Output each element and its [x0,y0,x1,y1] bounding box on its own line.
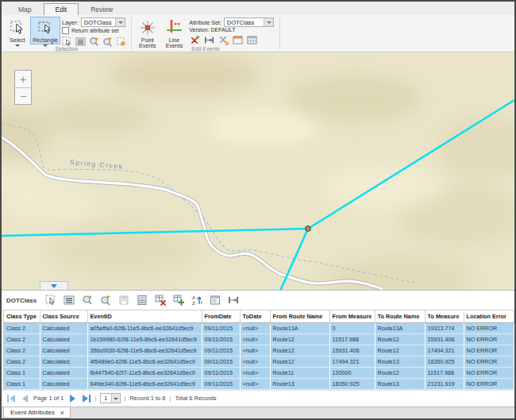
close-tab-icon[interactable]: x [60,409,64,416]
table-cell[interactable]: 11517.988 [425,367,464,378]
table-cell[interactable]: Route12 [270,356,329,367]
table-cell[interactable]: NO ERROR [464,345,514,356]
table-cell[interactable]: <null> [240,322,270,333]
column-header[interactable]: To Route Name [375,310,425,322]
pan-to-selection-icon[interactable] [102,36,113,47]
table-cell[interactable]: Route12 [375,345,425,356]
table-cell[interactable]: NO ERROR [464,378,514,389]
table-cell[interactable]: Class 2 [4,333,40,345]
column-header[interactable]: To Measure [425,310,464,322]
table-cell[interactable]: fb447540-62f7-11e5-8bc6-ee32641d5ec9 [87,367,202,378]
table-cell[interactable]: <null> [240,345,270,356]
tab-event-attributes[interactable]: Event Attributes x [3,407,71,419]
table-cell[interactable]: Route11 [270,367,329,378]
table-cell[interactable]: 17494.321 [329,356,375,367]
table-cell[interactable]: NO ERROR [464,333,514,345]
table-row[interactable]: Class 2Calculateda05effa0-62f8-11e5-8bc6… [4,322,514,333]
field-calculator-icon[interactable] [136,294,148,306]
table-cell[interactable]: a05effa0-62f8-11e5-8bc6-ee32641d5ec9 [87,322,202,333]
select-by-rectangle-icon[interactable] [44,294,57,306]
offset-event-icon[interactable] [203,34,214,45]
table-cell[interactable]: 1b159980-62f8-11e5-8bc6-ee32641d5ec9 [87,333,202,345]
table-cell[interactable]: NO ERROR [464,356,514,367]
table-cell[interactable]: 356c0030-62f8-11e5-8bc6-ee32641d5ec9 [87,345,202,356]
column-header[interactable]: EventID [87,310,202,322]
event-table-icon[interactable] [246,34,257,45]
table-cell[interactable]: 09/11/2015 [202,322,240,333]
table-cell[interactable]: 09/11/2015 [202,356,240,367]
table-cell[interactable]: <null> [240,378,270,389]
table-cell[interactable]: Route12 [375,333,425,345]
select-button[interactable]: Select [5,17,30,44]
table-row[interactable]: Class 2Calculated356c0030-62f8-11e5-8bc6… [4,345,514,356]
delete-event-icon[interactable] [189,34,200,45]
column-header[interactable]: FromDate [202,310,240,322]
table-cell[interactable]: 21231.919 [425,378,464,389]
column-header[interactable]: Class Type [4,310,40,322]
attribute-window-icon[interactable] [209,294,221,306]
point-events-button[interactable]: Point Events [134,17,161,44]
attribute-set-dropdown[interactable]: DOTClass [224,17,274,27]
next-page-icon[interactable] [67,394,77,403]
add-record-icon[interactable] [172,294,185,306]
tab-map[interactable]: Map [6,3,44,15]
event-dialog-icon[interactable] [232,34,243,45]
table-cell[interactable]: Class 2 [4,322,40,333]
rectangle-button[interactable]: Rectangle [30,17,60,44]
tab-edit[interactable]: Edit [44,3,79,15]
table-cell[interactable]: NO ERROR [464,367,514,378]
column-header[interactable]: From Measure [329,310,375,322]
save-icon[interactable] [117,294,130,306]
table-row[interactable]: Class 1Calculatedfb447540-62f7-11e5-8bc6… [4,367,514,378]
table-cell[interactable]: 18350.925 [329,378,375,389]
table-cell[interactable]: Calculated [40,378,87,389]
offset-icon[interactable] [227,294,240,306]
split-event-icon[interactable] [218,34,229,45]
table-row[interactable]: Class 1Calculated64fde340-62f8-11e5-8bc6… [4,378,514,389]
column-header[interactable]: Class Source [40,310,87,322]
table-row[interactable]: Class 2Calculated4f5489e0-62f8-11e5-8bc6… [4,356,514,367]
zoom-to-icon[interactable] [81,294,94,306]
page-number-dropdown[interactable]: 1 [100,393,120,403]
table-cell[interactable]: 15931.406 [329,345,375,356]
table-cell[interactable]: Calculated [40,367,87,378]
table-cell[interactable]: 19313.774 [425,322,464,333]
collapse-panel-button[interactable] [40,281,68,290]
table-cell[interactable]: Route12 [375,367,425,378]
layer-dropdown[interactable]: DOTClass [81,17,125,27]
column-header[interactable]: Location Error [464,310,514,322]
page-number-caret[interactable] [111,394,120,403]
table-cell[interactable]: 120000 [329,367,375,378]
table-cell[interactable]: Route13 [375,378,425,389]
attribute-set-dropdown-caret[interactable] [264,18,273,26]
zoom-out-button[interactable]: − [15,87,31,104]
table-cell[interactable]: 09/11/2015 [202,345,240,356]
select-by-rectangle-icon[interactable] [62,36,72,47]
table-cell[interactable]: 4f5489e0-62f8-11e5-8bc6-ee32641d5ec9 [87,356,202,367]
zoom-in-button[interactable]: + [15,71,31,87]
table-cell[interactable]: 0 [329,322,375,333]
zoom-to-selection-icon[interactable] [89,36,99,47]
table-cell[interactable]: Route13 [270,378,329,389]
table-cell[interactable]: Class 2 [4,345,40,356]
table-cell[interactable]: Route13A [270,322,329,333]
table-cell[interactable]: 15931.406 [425,333,464,345]
table-row[interactable]: Class 2Calculated1b159980-62f8-11e5-8bc6… [4,333,514,345]
table-cell[interactable]: Class 2 [4,356,40,367]
table-cell[interactable]: Class 1 [4,367,40,378]
first-page-icon[interactable] [6,394,16,403]
table-cell[interactable]: 09/11/2015 [202,333,240,345]
table-cell[interactable]: NO ERROR [464,322,514,333]
selection-list-icon[interactable] [75,36,86,47]
last-page-icon[interactable] [81,394,90,403]
delete-record-icon[interactable] [154,294,167,306]
table-cell[interactable]: 18350.925 [425,356,464,367]
table-cell[interactable]: Class 1 [4,378,40,389]
table-cell[interactable]: Route13A [375,322,425,333]
table-cell[interactable]: 09/11/2015 [202,367,240,378]
return-attribute-set-checkbox[interactable] [62,27,69,34]
tab-review[interactable]: Review [79,3,125,15]
table-cell[interactable]: <null> [240,333,270,345]
map-canvas[interactable]: Spring Creek + − [2,52,514,291]
pan-to-icon[interactable] [99,294,112,306]
